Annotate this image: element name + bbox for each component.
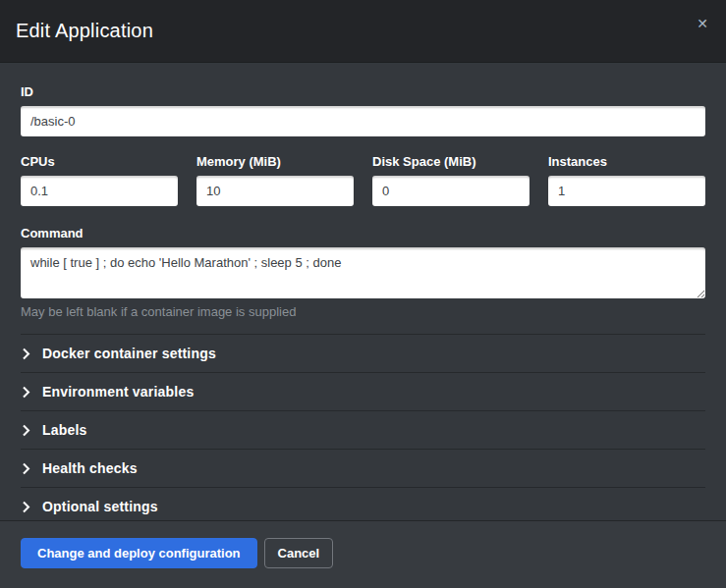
modal-header: Edit Application ✕ (0, 0, 726, 63)
chevron-right-icon (21, 501, 42, 513)
command-textarea[interactable]: while [ true ] ; do echo 'Hello Marathon… (21, 247, 705, 298)
disk-input[interactable] (372, 176, 530, 206)
command-help-text: May be left blank if a container image i… (21, 304, 705, 319)
memory-label: Memory (MiB) (196, 154, 354, 169)
modal-body: ID CPUs Memory (MiB) Disk Space (MiB) In… (0, 63, 726, 520)
command-label: Command (21, 226, 705, 241)
section-health-checks[interactable]: Health checks (21, 449, 705, 487)
id-field-group: ID (21, 84, 705, 136)
cpus-input[interactable] (21, 176, 178, 206)
section-label: Health checks (42, 460, 138, 476)
collapsible-sections: Docker container settings Environment va… (21, 334, 705, 520)
section-label: Docker container settings (42, 346, 216, 361)
cancel-button[interactable]: Cancel (264, 538, 334, 568)
chevron-right-icon (21, 462, 42, 475)
change-and-deploy-button[interactable]: Change and deploy configuration (21, 538, 257, 568)
id-input[interactable] (21, 106, 705, 136)
cpus-label: CPUs (21, 154, 178, 169)
memory-field-group: Memory (MiB) (196, 154, 354, 206)
section-label: Environment variables (42, 384, 194, 400)
instances-input[interactable] (548, 176, 705, 206)
chevron-right-icon (21, 386, 42, 399)
disk-label: Disk Space (MiB) (372, 154, 530, 169)
modal-footer: Change and deploy configuration Cancel (0, 520, 726, 588)
memory-input[interactable] (196, 176, 354, 206)
section-environment-variables[interactable]: Environment variables (21, 372, 705, 410)
chevron-right-icon (21, 347, 42, 360)
command-field-group: Command while [ true ] ; do echo 'Hello … (21, 226, 705, 319)
section-label: Optional settings (42, 499, 158, 514)
section-label: Labels (42, 422, 87, 438)
modal-title: Edit Application (16, 20, 153, 42)
edit-application-modal: Edit Application ✕ ID CPUs Memory (MiB) … (0, 0, 726, 588)
resources-row: CPUs Memory (MiB) Disk Space (MiB) Insta… (21, 154, 705, 206)
section-optional-settings[interactable]: Optional settings (21, 487, 705, 520)
disk-field-group: Disk Space (MiB) (372, 154, 530, 206)
section-labels[interactable]: Labels (21, 410, 705, 449)
instances-label: Instances (548, 154, 705, 169)
section-docker-container-settings[interactable]: Docker container settings (21, 334, 705, 372)
id-label: ID (21, 84, 705, 99)
instances-field-group: Instances (548, 154, 705, 206)
close-icon[interactable]: ✕ (693, 14, 712, 33)
chevron-right-icon (21, 424, 42, 437)
cpus-field-group: CPUs (21, 154, 178, 206)
